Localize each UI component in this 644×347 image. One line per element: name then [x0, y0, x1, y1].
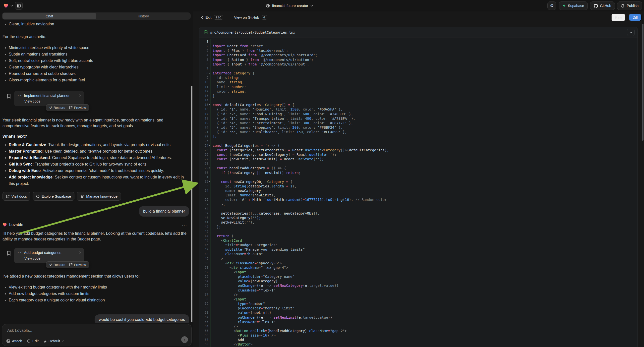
code-line: 58 <Input — [200, 297, 638, 302]
manage-knowledge-button[interactable]: Manage knowledge — [77, 192, 121, 201]
code-line: 24▾const BudgetCategories = () => { — [200, 144, 638, 148]
window-scrollbar-thumb[interactable] — [642, 24, 644, 141]
send-button[interactable]: ↑ — [181, 336, 188, 343]
lovable-logo-icon[interactable] — [3, 3, 9, 8]
publish-button[interactable]: Publish — [617, 2, 642, 10]
publish-globe-icon — [621, 4, 624, 8]
exit-button[interactable]: Exit — [205, 16, 211, 20]
collapse-file-button[interactable] — [627, 29, 634, 36]
esc-key-badge: ESC — [214, 15, 223, 20]
list-item: Refine & Customize: Tweak the design, an… — [2, 142, 189, 148]
code-line: 9 id: string; — [200, 76, 638, 80]
code-line: 12 color: string; — [200, 89, 638, 94]
external-link-icon — [69, 263, 72, 266]
code-line: 45 <ChartCard — [200, 238, 638, 243]
code-line: 68 </Button> — [200, 342, 638, 346]
arrow-up-icon: ↑ — [184, 338, 186, 342]
code-line: 23 — [200, 139, 638, 143]
preview-button[interactable]: Preview — [69, 106, 86, 110]
file-header[interactable]: src/components/budget/BudgetCategories.t… — [200, 27, 638, 38]
list-item: Debug with Ease: Activate our experiment… — [2, 168, 189, 174]
view-code-link[interactable]: View code — [24, 99, 81, 103]
code-line: 3import { Plus } from 'lucide-react'; — [200, 48, 638, 53]
raw-toggle-button[interactable]: Raw — [612, 14, 625, 21]
logo-chevron-down-icon[interactable] — [10, 5, 13, 6]
next-steps-list: Refine & Customize: Tweak the design, an… — [2, 142, 189, 187]
user-message: would be cool if you could add budget ca… — [94, 314, 189, 322]
more-menu-icon[interactable]: ··· — [182, 223, 187, 227]
chat-scrollbar-thumb[interactable] — [191, 86, 192, 322]
list-item: Each category gets a unique color for vi… — [2, 297, 189, 304]
version-card-add-budget-categories[interactable]: <> Add budget categories View code ↺Rest… — [14, 248, 84, 263]
gear-icon: ⚙ — [550, 3, 554, 8]
github-button[interactable]: GitHub — [590, 2, 615, 10]
code-line: 57 /> — [200, 292, 638, 297]
explore-supabase-button[interactable]: Explore Supabase — [32, 192, 75, 201]
added-intro: I've added a new budget categories manag… — [2, 273, 189, 279]
code-line: 64 /> — [200, 324, 638, 328]
code-line: 61 value={newLimit} — [200, 310, 638, 315]
preview-button[interactable]: Preview — [69, 263, 86, 266]
attach-button[interactable]: Attach — [6, 339, 22, 343]
view-on-github-link[interactable]: View on GitHub — [234, 16, 259, 20]
tab-chat[interactable]: Chat — [2, 13, 96, 19]
design-bullet-list: Minimalist interface with plenty of whit… — [2, 44, 189, 84]
code-line: 50 <div className="space-y-6"> — [200, 261, 638, 265]
list-item: Expand with Backend: Connect Supabase to… — [2, 154, 189, 161]
code-line: 40 setNewCategory(''); — [200, 216, 638, 220]
diff-toggle-button[interactable]: Diff — [629, 14, 642, 21]
user-message-row: build a financial planner — [2, 206, 189, 216]
restore-button[interactable]: ↺Restore — [49, 263, 65, 266]
user-message: build a financial planner — [139, 206, 189, 216]
github-icon — [594, 4, 598, 8]
chevron-right-icon — [80, 94, 81, 97]
version-card-implement-financial-planner[interactable]: <> Implement financial planner View code… — [14, 91, 84, 106]
file-diff-card: src/components/budget/BudgetCategories.t… — [199, 27, 638, 347]
toggle-sidebar-button[interactable] — [15, 2, 23, 10]
code-line: 31 — [200, 175, 638, 180]
edit-button[interactable]: Edit — [27, 339, 38, 343]
code-line: 22]; — [200, 134, 638, 139]
code-line: 19 { id: '4', name: 'Entertainment', lim… — [200, 121, 638, 125]
code-viewer[interactable]: 1 2import React from 'react';3import { P… — [200, 38, 638, 347]
code-line: 49 > — [200, 256, 638, 261]
design-intro: For the design aesthetic: — [2, 34, 189, 40]
list-item: View existing budget categories with the… — [2, 284, 189, 290]
code-line: 53 placeholder="Category name" — [200, 274, 638, 279]
code-line: 38 — [200, 206, 638, 211]
chat-input[interactable] — [7, 328, 186, 333]
code-line: 35 limit: Number(newLimit), — [200, 193, 638, 198]
code-line: 16 { id: '1', name: 'Housing', limit: 15… — [200, 107, 638, 112]
chevron-down-icon — [62, 340, 64, 342]
code-line: 4import ChartCard from '@/components/ui/… — [200, 53, 638, 57]
view-code-link[interactable]: View code — [24, 256, 81, 260]
visit-docs-button[interactable]: Visit docs — [2, 192, 30, 201]
code-line: 62 onChange={(e) => setNewLimit(e.target… — [200, 315, 638, 320]
assistant-header: Lovable ··· — [2, 222, 189, 227]
code-line: 34 name: newCategory, — [200, 188, 638, 193]
code-line: 63 className="flex-1" — [200, 320, 638, 324]
supabase-button[interactable]: Supabase — [558, 2, 588, 10]
chat-scroll-area[interactable]: Clean, intuitive navigation For the desi… — [2, 20, 189, 322]
code-line: 44 return ( — [200, 234, 638, 238]
tab-history[interactable]: History — [96, 13, 190, 19]
doc-button-row: Visit docs Explore Supabase Manage knowl… — [2, 192, 189, 201]
project-switcher[interactable]: financial-future-creator — [266, 0, 313, 12]
bookmark-icon[interactable] — [7, 251, 11, 256]
code-line: 46 title="Budget Categories" — [200, 243, 638, 247]
chevron-left-icon — [201, 16, 203, 19]
list-item: Clean, intuitive navigation — [2, 21, 189, 28]
code-line: 42 }; — [200, 224, 638, 229]
code-brackets-icon: <> — [18, 94, 22, 97]
code-line: 67 Add — [200, 338, 638, 342]
settings-button[interactable]: ⚙ — [548, 2, 556, 10]
code-line: 27 const [newLimit, setNewLimit] = React… — [200, 157, 638, 161]
list-item: Minimalist interface with plenty of whit… — [2, 44, 189, 51]
mode-selector[interactable]: Default — [44, 339, 64, 343]
added-file-icon — [204, 30, 208, 34]
code-line: 51 <div className="flex gap-4"> — [200, 265, 638, 270]
code-line: 30 if (!newCategory || !newLimit) return… — [200, 170, 638, 175]
code-line: 20 { id: '5', name: 'Shopping', limit: 2… — [200, 125, 638, 130]
restore-button[interactable]: ↺Restore — [49, 106, 65, 110]
bookmark-icon[interactable] — [7, 94, 11, 98]
